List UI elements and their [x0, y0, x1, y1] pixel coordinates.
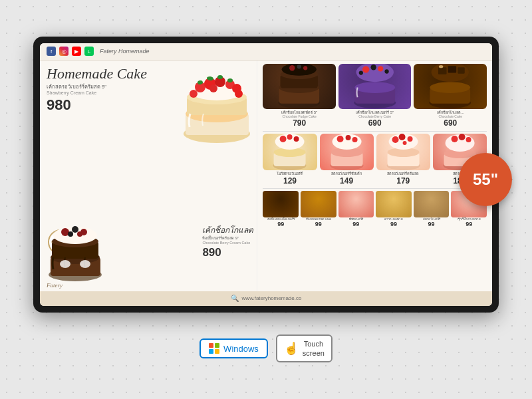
small-cake-2: จ๊อบหนม mac แมค 99	[301, 191, 336, 227]
svg-point-70	[352, 137, 357, 142]
mid-cake-img-3	[376, 134, 430, 170]
windows-quad-blue	[209, 349, 213, 354]
top-cake-3-name: เค้กช็อกโกแลต...	[414, 110, 487, 115]
windows-label: Windows	[223, 344, 259, 354]
mid-cake-3: สตรอว์เบอร์รี่ครีมสด 179	[376, 134, 430, 186]
touch-badge[interactable]: ☝ Touchscreen	[276, 334, 332, 363]
svg-point-38	[297, 65, 301, 68]
small-cake-1-price: 99	[263, 221, 299, 227]
svg-point-68	[336, 136, 343, 142]
cake-img-3	[414, 64, 487, 109]
divider-2	[263, 188, 487, 189]
svg-rect-53	[438, 67, 447, 74]
monitor-wrapper: f ◎ ▶ L Fatery Homemade Homemade Cake เค…	[33, 37, 499, 323]
small-cake-img-3	[338, 191, 374, 217]
cake-item-1: เค้กช็อกโกแลตฟัดจ์ 5" Chocolate Fudge Ca…	[263, 64, 336, 128]
windows-logo	[209, 343, 219, 354]
top-cake-1-name: เค้กช็อกโกแลตฟัดจ์ 5"	[263, 110, 336, 115]
top-cakes-row: เค้กช็อกโกแลตฟัดจ์ 5" Chocolate Fudge Ca…	[263, 64, 487, 128]
small-cakes-row: อัลทิเมทแบล็คเบอร์รี่ 99 จ๊อบหนม mac แมค…	[263, 191, 487, 227]
small-cake-5-price: 99	[414, 221, 450, 227]
mid-cake-2: สตรอว์เบอร์รี่ชีสเค้ก 149	[320, 134, 374, 186]
svg-rect-55	[458, 67, 465, 73]
svg-point-17	[235, 90, 243, 98]
svg-point-16	[190, 90, 198, 98]
mid-cake-1-name: โบกีสตรอว์เบอร์รี่	[263, 172, 317, 176]
facebook-icon: f	[47, 47, 56, 56]
top-cake-2-name: เค้กช็อกโกแลตเบอร์รี่ 5"	[338, 110, 412, 115]
line-icon: L	[84, 47, 94, 56]
small-cake-1: อัลทิเมทแบล็คเบอร์รี่ 99	[263, 191, 299, 227]
svg-point-14	[217, 75, 223, 79]
windows-quad-yellow	[215, 349, 219, 354]
cake-item-3: เค้กช็อกโกแลต... Chocolate Cake 690	[414, 64, 487, 128]
right-panel: เค้กช็อกโกแลตฟัดจ์ 5" Chocolate Fudge Ca…	[257, 61, 492, 291]
small-cake-img-2	[301, 191, 336, 217]
svg-point-84	[458, 134, 465, 140]
svg-point-42	[354, 82, 395, 93]
mid-cake-1: โบกีสตรอว์เบอร์รี่ 129	[263, 134, 317, 186]
youtube-icon: ▶	[72, 47, 81, 56]
middle-cakes-row: โบกีสตรอว์เบอร์รี่ 129	[263, 134, 487, 186]
svg-point-47	[384, 69, 388, 73]
svg-point-56	[439, 65, 443, 68]
small-cake-4: คาราเมลพาย 99	[376, 191, 412, 227]
svg-point-48	[359, 70, 363, 74]
chocolate-english: Chocolate Berry Cream Cake	[202, 241, 253, 245]
top-cake-1-price: 790	[263, 118, 336, 128]
small-cake-img-1	[263, 191, 299, 217]
svg-point-46	[378, 66, 383, 71]
svg-point-63	[294, 136, 299, 142]
header-brand: Fatery Homemade	[100, 48, 150, 55]
svg-point-62	[287, 134, 293, 140]
touch-label: Touchscreen	[303, 339, 325, 358]
monitor-frame: f ◎ ▶ L Fatery Homemade Homemade Cake เค…	[33, 37, 499, 313]
svg-point-45	[370, 65, 376, 70]
search-icon: 🔍	[231, 295, 239, 302]
small-cake-4-price: 99	[376, 221, 412, 227]
svg-point-27	[68, 231, 73, 237]
mid-cake-img-1	[263, 134, 317, 170]
svg-point-51	[430, 82, 471, 93]
mid-cake-2-name: สตรอว์เบอร์รี่ชีสเค้ก	[320, 172, 374, 176]
chocolate-cake-text: เค้กช็อกโกแลต ท็อปปิ้งเบอร์รี่ครีมสด 9" …	[202, 225, 253, 259]
svg-point-37	[290, 65, 295, 70]
mid-cake-img-2	[320, 134, 374, 170]
small-cake-5: สตรอว์เบอร์รี่ 99	[414, 191, 450, 227]
svg-point-75	[392, 136, 398, 143]
mid-cake-2-price: 149	[320, 176, 374, 186]
svg-rect-54	[448, 66, 457, 72]
footer-url: www.fateryhomemade.co	[242, 295, 302, 301]
svg-point-44	[362, 66, 369, 72]
brand-logo: Fatery	[47, 282, 63, 289]
screen-footer: 🔍 www.fateryhomemade.co	[40, 291, 492, 306]
screen-header: f ◎ ▶ L Fatery Homemade	[40, 43, 492, 61]
windows-badge[interactable]: Windows	[200, 338, 268, 358]
svg-point-85	[466, 137, 471, 142]
chocolate-thai: ท็อปปิ้งเบอร์รี่ครีมสด 9"	[202, 235, 253, 241]
left-panel: Homemade Cake เค้กสตรอว์เบอร์รี่ครีมสด 9…	[40, 61, 257, 291]
cake-item-2: เค้กช็อกโกแลตเบอร์รี่ 5" Chocolate Berry…	[338, 64, 412, 128]
small-cake-3: พีนัทเบอร์รี่ 99	[338, 191, 374, 227]
windows-quad-green	[215, 343, 219, 348]
cake-img-1	[263, 64, 336, 109]
svg-point-61	[280, 136, 287, 142]
mid-cake-1-price: 129	[263, 176, 317, 186]
divider-1	[263, 131, 487, 132]
svg-point-76	[398, 134, 405, 140]
mid-cake-3-name: สตรอว์เบอร์รี่ครีมสด	[376, 172, 430, 176]
top-cake-2-price: 690	[338, 118, 412, 128]
svg-point-28	[77, 231, 82, 237]
cake-img-2	[338, 64, 412, 109]
svg-point-11	[209, 84, 217, 92]
chocolate-price: 890	[202, 246, 253, 259]
screen: f ◎ ▶ L Fatery Homemade Homemade Cake เค…	[40, 43, 492, 306]
svg-point-30	[80, 260, 90, 268]
mid-cake-3-price: 179	[376, 176, 430, 186]
svg-point-39	[303, 66, 307, 70]
small-cake-img-4	[376, 191, 412, 217]
chocolate-cake-image	[45, 223, 105, 283]
strawberry-cake-image	[180, 74, 253, 150]
small-cake-3-price: 99	[338, 221, 374, 227]
svg-point-83	[451, 136, 458, 142]
